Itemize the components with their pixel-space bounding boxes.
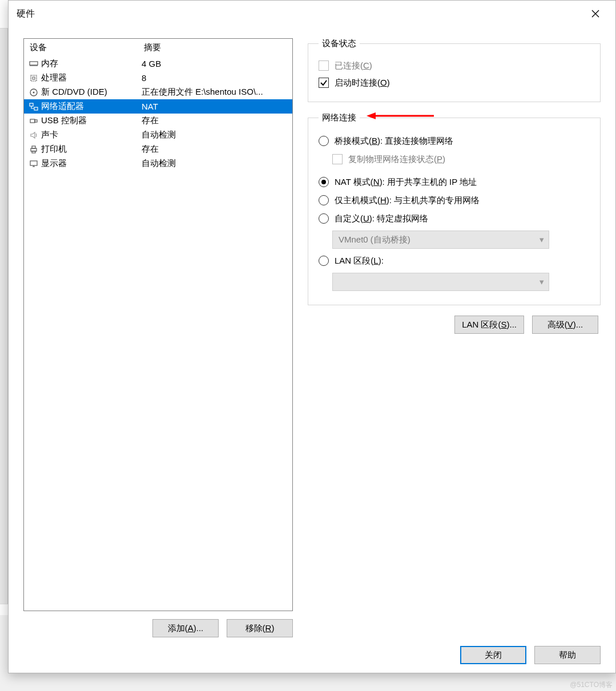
- connect-boot-label: 启动时连接(O): [335, 78, 390, 88]
- device-state-group: 设备状态 已连接(C) 启动时连接(O): [308, 38, 601, 102]
- device-summary: 自动检测: [142, 158, 289, 169]
- help-button[interactable]: 帮助: [534, 646, 601, 664]
- chevron-down-icon: ▾: [539, 277, 544, 287]
- lanseg-combo: ▾: [332, 273, 549, 291]
- usb-icon: [27, 116, 40, 126]
- device-name: 新 CD/DVD (IDE): [40, 87, 142, 98]
- device-summary: NAT: [142, 102, 289, 111]
- disc-icon: [27, 88, 40, 97]
- device-name: USB 控制器: [40, 115, 142, 126]
- device-row[interactable]: 内存4 GB: [24, 56, 292, 71]
- connect-boot-checkbox[interactable]: [319, 78, 329, 88]
- replicate-label: 复制物理网络连接状态(P): [348, 154, 445, 165]
- custom-label: 自定义(U): 特定虚拟网络: [335, 213, 428, 224]
- lan-segments-button[interactable]: LAN 区段(S)...: [454, 316, 524, 334]
- device-row[interactable]: 显示器自动检测: [24, 156, 292, 171]
- custom-radio-row[interactable]: 自定义(U): 特定虚拟网络: [319, 210, 590, 227]
- sound-icon: [27, 131, 40, 140]
- network-connection-legend: 网络连接: [319, 112, 360, 123]
- titlebar: 硬件: [9, 1, 615, 27]
- nat-radio[interactable]: [319, 177, 329, 187]
- device-list-header: 设备 摘要: [24, 39, 292, 56]
- device-summary: 4 GB: [142, 59, 289, 68]
- hostonly-radio[interactable]: [319, 195, 329, 205]
- device-name: 显示器: [40, 158, 142, 169]
- close-dialog-button[interactable]: 关闭: [460, 646, 526, 664]
- network-connection-group: 网络连接 桥接模式(B): 直接连接物理网络 复制物理网络连接状态(P) NAT…: [308, 112, 601, 305]
- nat-radio-row[interactable]: NAT 模式(N): 用于共享主机的 IP 地址: [319, 173, 590, 191]
- replicate-checkbox: [332, 154, 343, 164]
- lanseg-radio-row[interactable]: LAN 区段(L):: [319, 252, 590, 269]
- device-name: 处理器: [40, 72, 142, 83]
- device-row[interactable]: 新 CD/DVD (IDE)正在使用文件 E:\shentou ISO\...: [24, 85, 292, 99]
- device-row[interactable]: 声卡自动检测: [24, 128, 292, 142]
- lanseg-radio[interactable]: [319, 256, 329, 266]
- connected-checkbox-row[interactable]: 已连接(C): [319, 57, 590, 74]
- device-summary: 存在: [142, 144, 289, 155]
- device-summary: 自动检测: [142, 130, 289, 140]
- bridged-radio-row[interactable]: 桥接模式(B): 直接连接物理网络: [319, 132, 590, 149]
- advanced-button[interactable]: 高级(V)...: [532, 316, 598, 334]
- add-button[interactable]: 添加(A)...: [152, 619, 219, 637]
- connected-checkbox[interactable]: [319, 60, 329, 71]
- device-summary: 存在: [142, 115, 289, 126]
- printer-icon: [27, 145, 40, 154]
- close-button[interactable]: [583, 5, 607, 22]
- device-name: 声卡: [40, 130, 142, 140]
- device-summary: 8: [142, 73, 289, 83]
- watermark: @51CTO博客: [570, 680, 613, 690]
- close-icon: [591, 10, 599, 18]
- vmnet-value: VMnet0 (自动桥接): [339, 235, 410, 245]
- device-list[interactable]: 设备 摘要 内存4 GB处理器8新 CD/DVD (IDE)正在使用文件 E:\…: [23, 38, 293, 611]
- connected-label: 已连接(C): [335, 60, 372, 71]
- dialog-footer: 关闭 帮助: [9, 637, 615, 673]
- device-name: 网络适配器: [40, 101, 142, 112]
- memory-icon: [27, 59, 40, 68]
- chevron-down-icon: ▾: [539, 235, 544, 245]
- display-icon: [27, 159, 40, 168]
- hostonly-label: 仅主机模式(H): 与主机共享的专用网络: [335, 195, 480, 206]
- cpu-icon: [27, 74, 40, 83]
- column-summary: 摘要: [144, 42, 161, 53]
- custom-radio[interactable]: [319, 213, 329, 224]
- device-row[interactable]: 网络适配器NAT: [24, 99, 292, 114]
- connect-boot-checkbox-row[interactable]: 启动时连接(O): [319, 74, 590, 91]
- lanseg-label: LAN 区段(L):: [335, 256, 384, 266]
- device-state-legend: 设备状态: [319, 38, 360, 49]
- device-name: 内存: [40, 58, 142, 69]
- dialog-title: 硬件: [17, 8, 583, 20]
- bridged-label: 桥接模式(B): 直接连接物理网络: [335, 136, 453, 147]
- nat-label: NAT 模式(N): 用于共享主机的 IP 地址: [335, 177, 477, 188]
- replicate-checkbox-row: 复制物理网络连接状态(P): [319, 151, 590, 168]
- network-icon: [27, 102, 40, 111]
- hostonly-radio-row[interactable]: 仅主机模式(H): 与主机共享的专用网络: [319, 192, 590, 209]
- vmnet-combo: VMnet0 (自动桥接) ▾: [332, 231, 549, 249]
- column-device: 设备: [30, 42, 144, 53]
- bridged-radio[interactable]: [319, 136, 329, 146]
- remove-button[interactable]: 移除(R): [227, 619, 293, 637]
- device-summary: 正在使用文件 E:\shentou ISO\...: [142, 87, 289, 98]
- device-row[interactable]: USB 控制器存在: [24, 114, 292, 128]
- device-name: 打印机: [40, 144, 142, 155]
- device-row[interactable]: 处理器8: [24, 71, 292, 85]
- hardware-dialog: 硬件 设备 摘要 内存4 GB处理器8新 CD/DVD (IDE)正在使用文件 …: [8, 0, 616, 673]
- device-row[interactable]: 打印机存在: [24, 142, 292, 156]
